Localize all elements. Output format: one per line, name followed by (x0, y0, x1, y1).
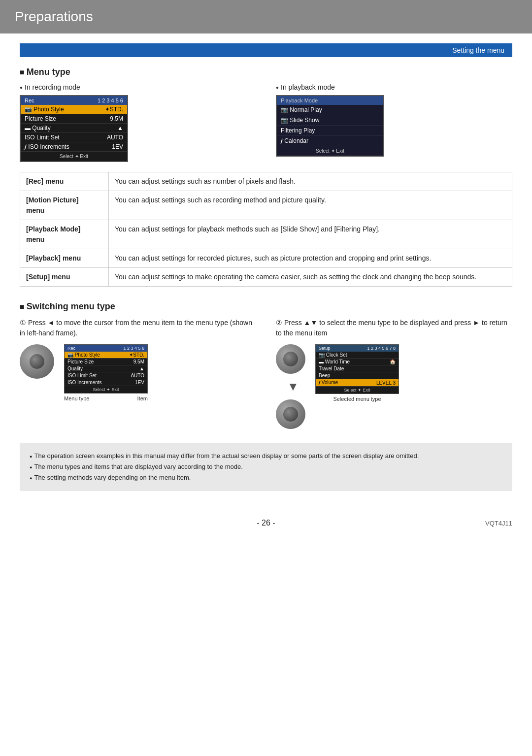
page-content: Setting the menu Menu type In recording … (0, 33, 532, 511)
rec-screen-header: Rec 1 2 3 4 5 6 (21, 96, 127, 105)
pb-row-filtering: Filtering Play (277, 126, 383, 136)
small-rec-footer: Select ✦ Exit (65, 386, 147, 393)
page-footer: - 26 - VQT4J11 (0, 511, 532, 535)
switching-columns: ① Press ◄ to move the cursor from the me… (20, 318, 512, 433)
left-screen-wrapper: Rec 1 2 3 4 5 6 📷 Photo Style ✦STD. Pict… (64, 344, 148, 401)
small-row-isoincr: ISO Increments 1EV (65, 379, 147, 386)
menu-name-motion: [Motion Picture]menu (20, 191, 109, 220)
rec-screen: Rec 1 2 3 4 5 6 📷 Photo Style ✦STD. Pict… (20, 95, 128, 162)
setup-screen: Setup 1 2 3 4 5 6 7 8 📷 Clock Set ▬ Worl… (315, 344, 399, 394)
playback-mode-label: In playback mode (276, 83, 512, 91)
menu-desc-motion: You can adjust settings such as recordin… (109, 191, 512, 220)
section-switching-title: Switching menu type (20, 301, 512, 312)
table-row: [Setup] menu You can adjust settings to … (20, 268, 512, 287)
pb-screen-footer: Select ✦ Exit (277, 146, 383, 156)
setup-row-volume: 𝒇 Volume LEVEL 3 (316, 379, 399, 387)
rec-screen-footer: Select ✦ Exit (21, 152, 127, 161)
page-title: Preparations (15, 9, 517, 25)
table-row: [Rec] menu You can adjust settings such … (20, 172, 512, 191)
rec-row-iso-limit: ISO Limit Set AUTO (21, 133, 127, 142)
rec-row-picture-size: Picture Size 9.5M (21, 114, 127, 124)
pb-row-normal: 📷 Normal Play (277, 105, 383, 115)
rec-row-photo-style: 📷 Photo Style ✦STD. (21, 105, 127, 114)
setup-header: Setup 1 2 3 4 5 6 7 8 (316, 345, 399, 352)
right-screen-wrapper: Setup 1 2 3 4 5 6 7 8 📷 Clock Set ▬ Worl… (315, 344, 399, 402)
arrow-down-icon: ▼ (287, 380, 299, 394)
small-rec-screen: Rec 1 2 3 4 5 6 📷 Photo Style ✦STD. Pict… (64, 344, 148, 394)
setup-row-world: ▬ World Time 🏠 (316, 359, 399, 365)
label-menu-type: Menu type (64, 395, 89, 401)
menu-name-setup: [Setup] menu (20, 268, 109, 287)
table-row: [Playback] menu You can adjust settings … (20, 249, 512, 268)
menu-type-row: In recording mode Rec 1 2 3 4 5 6 📷 Phot… (20, 83, 512, 162)
notice-2: The menu types and items that are displa… (30, 461, 502, 472)
notice-box: The operation screen examples in this ma… (20, 443, 512, 491)
menu-name-rec: [Rec] menu (20, 172, 109, 191)
recording-mode-col: In recording mode Rec 1 2 3 4 5 6 📷 Phot… (20, 83, 256, 162)
right-diagram-row: ▼ Setup 1 2 3 4 5 6 7 8 📷 Cloc (276, 344, 512, 429)
switching-section: Switching menu type ① Press ◄ to move th… (20, 301, 512, 433)
rec-row-quality: ▬ Quality ▲ (21, 124, 127, 133)
setup-row-travel: Travel Date (316, 365, 399, 372)
notice-3: The setting methods vary depending on th… (30, 472, 502, 483)
menu-desc-setup: You can adjust settings to make operatin… (109, 268, 512, 287)
pb-row-calendar: 𝒇 Calendar (277, 136, 383, 146)
switching-col-right: ② Press ▲▼ to select the menu type to be… (276, 318, 512, 433)
page-code: VQT4J11 (485, 520, 512, 527)
setting-banner: Setting the menu (20, 43, 512, 57)
pb-screen: Playback Mode 📷 Normal Play 📷 Slide Show… (276, 95, 384, 157)
pb-row-slideshow: 📷 Slide Show (277, 115, 383, 126)
nav-circles-right: ▼ (276, 344, 310, 429)
menu-desc-pbmode: You can adjust settings for playback met… (109, 220, 512, 249)
setup-footer: Select ✦ Exit (316, 387, 399, 394)
menu-desc-rec: You can adjust settings such as number o… (109, 172, 512, 191)
small-row-psize: Picture Size 9.5M (65, 359, 147, 365)
small-row-photo: 📷 Photo Style ✦STD. (65, 352, 147, 359)
menu-name-pbmode: [Playback Mode]menu (20, 220, 109, 249)
pb-screen-header: Playback Mode (277, 96, 383, 105)
notice-1: The operation screen examples in this ma… (30, 451, 502, 461)
page-header: Preparations (0, 0, 532, 33)
playback-mode-col: In playback mode Playback Mode 📷 Normal … (276, 83, 512, 162)
recording-mode-label: In recording mode (20, 83, 256, 91)
step2-text: ② Press ▲▼ to select the menu type to be… (276, 318, 512, 338)
nav-circle-right-top (276, 344, 305, 374)
small-row-isolimit: ISO Limit Set AUTO (65, 372, 147, 379)
nav-circle-left (20, 344, 54, 379)
step1-text: ① Press ◄ to move the cursor from the me… (20, 318, 256, 338)
small-rec-header: Rec 1 2 3 4 5 6 (65, 345, 147, 352)
rec-row-iso-incr: 𝒇 ISO Increments 1EV (21, 142, 127, 152)
setup-row-beep: Beep (316, 372, 399, 379)
table-row: [Playback Mode]menu You can adjust setti… (20, 220, 512, 249)
label-item: Item (137, 395, 148, 401)
small-row-quality: Quality ▲ (65, 365, 147, 372)
nav-circle-right-bottom (276, 399, 305, 429)
menu-name-pb: [Playback] menu (20, 249, 109, 268)
table-row: [Motion Picture]menu You can adjust sett… (20, 191, 512, 220)
menu-desc-pb: You can adjust settings for recorded pic… (109, 249, 512, 268)
section-menu-type-title: Menu type (20, 67, 512, 77)
info-table: [Rec] menu You can adjust settings such … (20, 172, 512, 287)
left-diagram-row: Rec 1 2 3 4 5 6 📷 Photo Style ✦STD. Pict… (20, 344, 256, 401)
setup-row-clock: 📷 Clock Set (316, 352, 399, 359)
page-number: - 26 - (257, 519, 275, 527)
switching-col-left: ① Press ◄ to move the cursor from the me… (20, 318, 256, 433)
label-selected-menu-type: Selected menu type (333, 396, 381, 402)
